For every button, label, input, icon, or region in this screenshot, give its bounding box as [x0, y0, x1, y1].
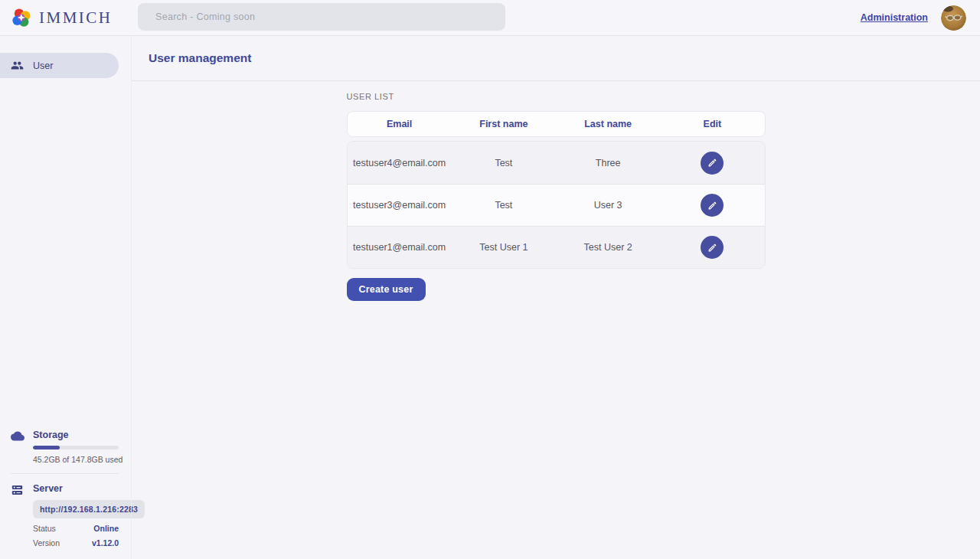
- topbar-right: Administration: [861, 5, 980, 31]
- version-label: Version: [33, 538, 60, 548]
- cell-first-name: Test: [452, 200, 556, 211]
- server-content: Server http://192.168.1.216:2283 Status …: [33, 483, 119, 548]
- storage-progress-track: [33, 446, 119, 449]
- cell-email: testuser4@email.com: [348, 158, 452, 168]
- table-row: testuser4@email.com Test Three: [348, 142, 765, 184]
- edit-user-button[interactable]: [701, 194, 724, 217]
- administration-link[interactable]: Administration: [861, 12, 928, 23]
- edit-user-button[interactable]: [701, 152, 724, 175]
- cell-last-name: Test User 2: [556, 242, 660, 253]
- pencil-icon: [707, 243, 717, 253]
- column-header-first-name: First name: [452, 119, 556, 129]
- main-content: USER LIST Email First name Last name Edi…: [132, 81, 980, 559]
- cell-email: testuser3@email.com: [348, 200, 452, 211]
- cell-edit: [660, 152, 764, 175]
- version-value: v1.12.0: [92, 538, 119, 548]
- cell-edit: [660, 236, 764, 259]
- app-shell: User Storage 45.2GB of 147.8GB used: [0, 36, 980, 559]
- server-title: Server: [33, 483, 119, 494]
- immich-flower-icon: [11, 7, 32, 28]
- storage-progress-fill: [33, 446, 60, 449]
- storage-section: Storage 45.2GB of 147.8GB used: [11, 430, 119, 464]
- table-row: testuser3@email.com Test User 3: [348, 184, 765, 226]
- cell-last-name: User 3: [556, 200, 660, 211]
- storage-usage-text: 45.2GB of 147.8GB used: [33, 455, 119, 464]
- column-header-email: Email: [348, 119, 452, 129]
- server-url-chip: http://192.168.1.216:2283: [33, 500, 145, 518]
- cell-last-name: Three: [556, 158, 660, 168]
- cell-edit: [660, 194, 764, 217]
- server-status-row: Status Online: [33, 524, 119, 533]
- main-panel: User management USER LIST Email First na…: [131, 36, 980, 559]
- sidebar-divider: [11, 473, 119, 474]
- sidebar-status-panel: Storage 45.2GB of 147.8GB used: [0, 430, 131, 559]
- users-icon: [11, 59, 24, 72]
- pencil-icon: [707, 158, 717, 168]
- sidebar: User Storage 45.2GB of 147.8GB used: [0, 36, 131, 559]
- cell-first-name: Test: [452, 158, 556, 168]
- table-row: testuser1@email.com Test User 1 Test Use…: [348, 226, 765, 268]
- server-version-row: Version v1.12.0: [33, 538, 119, 548]
- cell-email: testuser1@email.com: [348, 242, 452, 253]
- cell-first-name: Test User 1: [452, 242, 556, 253]
- create-user-button[interactable]: Create user: [347, 278, 426, 301]
- pencil-icon: [707, 201, 717, 211]
- status-label: Status: [33, 524, 56, 533]
- storage-content: Storage 45.2GB of 147.8GB used: [33, 430, 119, 464]
- title-bar: User management: [132, 36, 980, 81]
- table-header: Email First name Last name Edit: [347, 111, 766, 137]
- immich-logo[interactable]: IMMICH: [0, 7, 113, 28]
- user-list-label: USER LIST: [347, 92, 766, 101]
- column-header-edit: Edit: [660, 119, 764, 129]
- user-avatar[interactable]: [941, 5, 966, 31]
- user-table-body: testuser4@email.com Test Three te: [347, 141, 766, 269]
- server-section: Server http://192.168.1.216:2283 Status …: [11, 483, 119, 548]
- edit-user-button[interactable]: [701, 236, 724, 259]
- topbar: IMMICH Administration: [0, 0, 980, 36]
- brand-wordmark: IMMICH: [39, 8, 113, 28]
- storage-title: Storage: [33, 430, 119, 440]
- column-header-last-name: Last name: [556, 119, 660, 129]
- cloud-icon: [11, 430, 33, 464]
- page-title: User management: [149, 51, 251, 65]
- sidebar-item-label: User: [33, 60, 53, 71]
- user-list-column: USER LIST Email First name Last name Edi…: [347, 90, 766, 301]
- search-input[interactable]: [138, 3, 505, 31]
- sidebar-item-user[interactable]: User: [0, 53, 119, 78]
- status-value: Online: [93, 524, 119, 533]
- server-icon: [11, 483, 33, 548]
